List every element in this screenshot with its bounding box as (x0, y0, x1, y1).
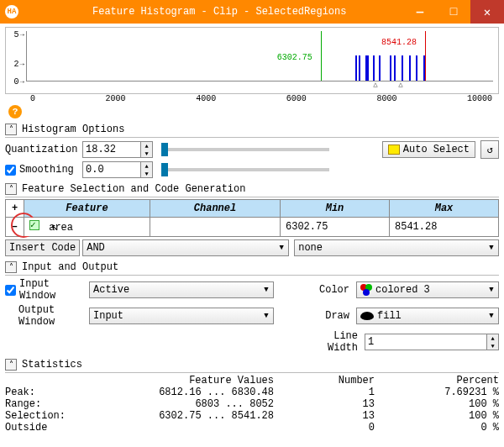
draw-combo[interactable]: fill ▼ (356, 308, 499, 324)
color-label: Color (299, 284, 349, 296)
app-icon: HA (5, 5, 18, 18)
collapse-io[interactable]: ˄ (5, 261, 17, 273)
table-row[interactable]: – area ↖ 6302.75 8541.28 (6, 218, 499, 237)
input-window-checkbox[interactable] (5, 285, 16, 296)
add-row-button[interactable]: + (6, 200, 24, 218)
section-title: Input and Output (22, 261, 118, 273)
stats-header: Feature Values Number Percent (5, 375, 499, 387)
chevron-down-icon[interactable]: ▼ (275, 240, 288, 255)
collapse-histogram-options[interactable]: ˄ (5, 124, 17, 135)
chevron-down-icon[interactable]: ▼ (485, 240, 498, 255)
stats-row: Peak:6812.16 ... 6830.4817.69231 % (5, 387, 499, 398)
collapse-feature-selection[interactable]: ˄ (5, 183, 17, 195)
smoothing-input[interactable] (82, 161, 141, 178)
collapse-statistics[interactable]: ˄ (5, 359, 17, 371)
max-cell[interactable]: 8541.28 (390, 218, 499, 237)
col-min: Min (281, 200, 390, 218)
line-width-label: Line Width (299, 330, 358, 354)
color-swatch-icon (360, 284, 372, 296)
col-channel: Channel (150, 200, 281, 218)
maximize-button[interactable]: □ (437, 0, 470, 24)
chevron-down-icon[interactable]: ▼ (485, 308, 498, 323)
input-window-combo[interactable]: Active▼ (89, 281, 274, 298)
output-window-combo[interactable]: Input▼ (89, 308, 274, 324)
x-axis: 0200040006000800010000 (5, 94, 499, 103)
feature-table: + Feature Channel Min Max – area ↖ 6302.… (5, 199, 499, 237)
chevron-down-icon[interactable]: ▼ (260, 308, 273, 323)
spin-up-icon[interactable]: ▲ (141, 142, 152, 150)
stats-row: Outside00 % (5, 422, 499, 434)
chevron-down-icon[interactable]: ▼ (260, 282, 273, 297)
min-cell[interactable]: 6302.75 (281, 218, 390, 237)
close-button[interactable]: ✕ (470, 0, 504, 24)
section-title: Statistics (22, 359, 82, 371)
y-tick: 0 (14, 76, 24, 86)
help-icon[interactable]: ? (8, 105, 22, 118)
color-combo[interactable]: colored 3 ▼ (356, 281, 499, 298)
target-combo[interactable]: none▼ (294, 239, 499, 256)
channel-cell[interactable] (150, 218, 281, 237)
row-enable-checkbox[interactable] (29, 220, 39, 230)
line-width-spinbox[interactable]: ▲▼ (365, 334, 499, 350)
line-width-input[interactable] (365, 334, 487, 350)
title-bar: HA Feature Histogram - Clip - SelectedRe… (0, 0, 504, 24)
stats-row: Selection:6302.75 ... 8541.2813100 % (5, 410, 499, 422)
input-window-checkbox-label[interactable]: Input Window (5, 278, 89, 302)
feature-cell[interactable]: area ↖ (24, 218, 150, 237)
stats-row: Range:6803 ... 805213100 % (5, 398, 499, 410)
insert-code-label: Insert Code (5, 239, 80, 256)
spin-down-icon[interactable]: ▼ (141, 150, 152, 157)
quantization-label: Quantization (5, 144, 82, 155)
output-window-label: Output Window (5, 304, 89, 328)
col-feature: Feature (24, 200, 150, 218)
section-title: Histogram Options (22, 124, 124, 135)
smoothing-checkbox[interactable] (5, 165, 16, 176)
y-tick: 5 (14, 29, 24, 39)
remove-row-button[interactable]: – (6, 218, 24, 237)
spin-up-icon[interactable]: ▲ (487, 334, 498, 342)
y-tick: 2 (14, 59, 24, 68)
smoothing-slider[interactable] (161, 168, 329, 171)
auto-select-icon (388, 145, 400, 155)
table-header-row: + Feature Channel Min Max (6, 200, 499, 218)
op-combo[interactable]: AND▼ (82, 239, 289, 256)
quantization-slider[interactable] (161, 148, 329, 151)
draw-label: Draw (299, 310, 349, 322)
quantization-input[interactable] (82, 141, 141, 158)
col-max: Max (390, 200, 499, 218)
spin-down-icon[interactable]: ▼ (487, 342, 498, 350)
minimize-button[interactable]: ― (403, 0, 437, 24)
chevron-down-icon[interactable]: ▼ (485, 282, 498, 297)
window-title: Feature Histogram - Clip - SelectedRegio… (25, 6, 403, 18)
fill-icon (360, 312, 374, 320)
smoothing-checkbox-label[interactable]: Smoothing (5, 164, 82, 176)
reset-icon-button[interactable]: ↺ (480, 140, 499, 159)
quantization-spinbox[interactable]: ▲▼ (82, 141, 153, 158)
auto-select-button[interactable]: Auto Select (382, 141, 475, 158)
smoothing-spinbox[interactable]: ▲▼ (82, 161, 153, 178)
spin-down-icon[interactable]: ▼ (141, 170, 152, 177)
spin-up-icon[interactable]: ▲ (141, 162, 152, 170)
histogram-chart[interactable]: 5 2 0 6302.758541.28△△ (5, 27, 499, 94)
section-title: Feature Selection and Code Generation (22, 183, 245, 195)
